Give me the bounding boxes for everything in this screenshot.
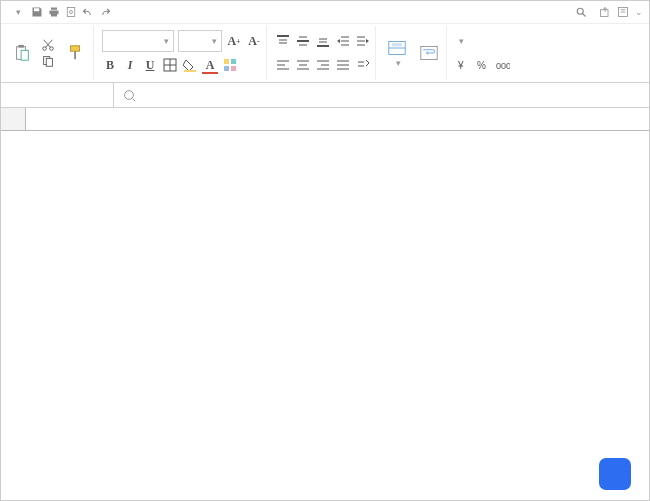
ribbon: ▾ ▾ A+ A- B I U A [1,24,649,83]
paste-button[interactable] [9,38,35,68]
fill-color-button[interactable] [182,57,198,73]
alignment-group [271,26,376,80]
format-painter-button[interactable] [63,38,89,68]
formula-bar [1,83,649,108]
underline-button[interactable]: U [142,57,158,73]
svg-rect-61 [392,43,402,46]
chevron-down-icon: ▾ [459,36,464,46]
chevron-down-icon[interactable]: ⌄ [635,7,643,17]
cell-styles-button[interactable] [222,57,238,73]
justify-button[interactable] [335,57,351,73]
number-format-select[interactable]: ▾ [455,36,466,46]
svg-rect-20 [71,45,80,50]
menu-right: ⌄ [575,6,643,18]
chevron-down-icon: ▾ [212,36,217,46]
format-painter-icon [67,44,85,62]
undo-icon[interactable] [82,6,94,18]
clipboard-group [5,26,94,80]
wps-logo-icon [599,458,631,490]
svg-point-66 [125,91,134,100]
print-icon[interactable] [48,6,60,18]
number-group: ▾ ¥ % 000 [451,26,515,80]
svg-rect-26 [224,59,229,64]
paste-icon [13,44,31,62]
svg-line-6 [583,14,586,17]
watermark [599,458,639,490]
copy-button[interactable] [39,54,59,68]
cut-icon [41,38,55,52]
align-bottom-button[interactable] [315,33,331,49]
svg-text:000: 000 [496,61,510,71]
increase-font-button[interactable]: A+ [226,33,242,49]
svg-line-67 [133,99,136,102]
settings-icon[interactable] [617,6,629,18]
share-icon[interactable] [599,6,611,18]
svg-rect-27 [231,59,236,64]
font-group: ▾ ▾ A+ A- B I U A [98,26,267,80]
menu-left: ▾ [7,5,111,19]
name-box[interactable] [1,83,114,107]
chevron-down-icon: ▾ [396,58,401,68]
svg-rect-13 [21,50,28,60]
save-icon[interactable] [31,6,43,18]
svg-rect-29 [231,66,236,71]
svg-rect-12 [18,44,23,47]
insert-function-icon[interactable] [122,88,136,102]
align-center-button[interactable] [295,57,311,73]
svg-point-4 [70,11,73,14]
merge-wrap-group: ▾ [380,26,447,80]
indent-increase-button[interactable] [355,33,371,49]
font-name-select[interactable]: ▾ [102,30,174,52]
align-left-button[interactable] [275,57,291,73]
percent-button[interactable]: % [475,57,491,73]
chevron-down-icon: ▾ [16,7,21,17]
formula-area [114,88,649,102]
indent-decrease-button[interactable] [335,33,351,49]
align-right-button[interactable] [315,57,331,73]
italic-button[interactable]: I [122,57,138,73]
svg-rect-7 [601,10,609,17]
svg-rect-3 [67,8,75,17]
app-frame: ▾ ⌄ [0,0,650,501]
svg-rect-25 [184,70,196,72]
svg-point-5 [577,8,583,14]
copy-icon [41,54,55,68]
decrease-font-button[interactable]: A- [246,33,262,49]
font-color-button[interactable]: A [202,57,218,73]
border-button[interactable] [162,57,178,73]
column-headers [26,108,649,131]
merge-icon [388,39,406,57]
print-preview-icon[interactable] [65,6,77,18]
currency-button[interactable]: ¥ [455,57,471,73]
align-middle-button[interactable] [295,33,311,49]
svg-rect-28 [224,66,229,71]
wrap-icon [420,44,438,62]
merge-center-button[interactable]: ▾ [384,37,410,70]
chevron-down-icon: ▾ [164,36,169,46]
font-size-select[interactable]: ▾ [178,30,222,52]
svg-rect-19 [46,58,52,66]
cut-button[interactable] [39,38,59,52]
file-menu-button[interactable]: ▾ [7,5,26,19]
redo-icon[interactable] [99,6,111,18]
select-all-corner[interactable] [1,108,26,131]
menubar: ▾ ⌄ [1,1,649,24]
bold-button[interactable]: B [102,57,118,73]
wrap-text-button[interactable] [416,42,442,65]
svg-text:%: % [477,60,486,71]
comma-style-button[interactable]: 000 [495,57,511,73]
orientation-button[interactable] [355,57,371,73]
quick-access-icons [31,6,111,18]
align-top-button[interactable] [275,33,291,49]
cell-reference-input[interactable] [19,87,83,103]
search-icon[interactable] [575,6,587,18]
spreadsheet-grid [1,108,649,500]
svg-text:¥: ¥ [457,60,464,71]
svg-rect-21 [74,51,76,59]
